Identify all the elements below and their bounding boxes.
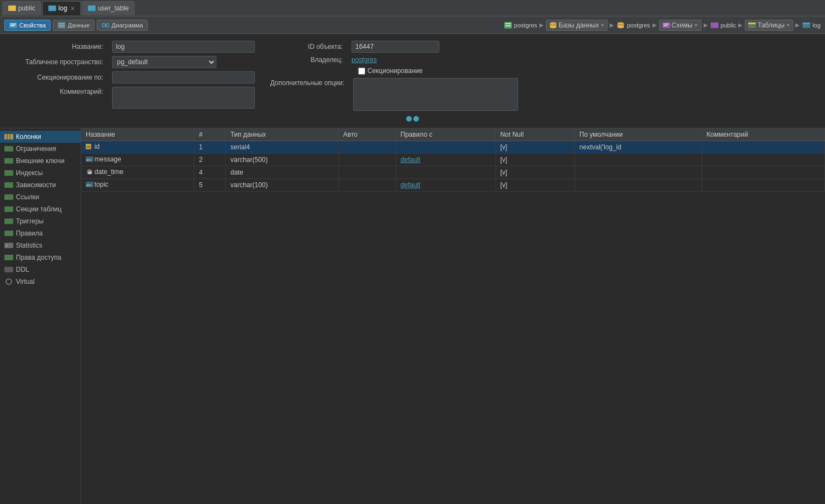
col-default bbox=[575, 166, 702, 179]
tablespace-select[interactable]: pg_default bbox=[112, 56, 216, 68]
breadcrumb-tables[interactable]: Таблицы ▼ bbox=[745, 20, 793, 31]
name-input[interactable] bbox=[112, 41, 255, 53]
comment-label: Комментарий: bbox=[9, 87, 108, 96]
breadcrumb-postgres-db[interactable]: postgres bbox=[616, 21, 650, 29]
col-comment bbox=[702, 141, 825, 154]
tab-data-label: Данные bbox=[68, 22, 90, 29]
foreign-keys-icon bbox=[4, 158, 13, 164]
sidebar-item-table-sections[interactable]: Секции таблиц bbox=[0, 203, 81, 215]
tab-properties-label: Свойства bbox=[19, 22, 46, 29]
svg-rect-30 bbox=[4, 146, 13, 152]
objectid-input[interactable] bbox=[352, 41, 439, 53]
form-row-partition: Секционирование по: bbox=[9, 71, 261, 83]
col-notnull: [v] bbox=[495, 179, 575, 192]
sidebar-item-rules[interactable]: Правила bbox=[0, 227, 81, 239]
tab-data[interactable]: Данные bbox=[53, 20, 94, 31]
form-right: ID объекта: Владелец: postgres Секционир… bbox=[261, 41, 816, 114]
col-comment bbox=[702, 166, 825, 179]
tab-public[interactable]: public bbox=[2, 1, 41, 15]
abc-icon: abc bbox=[86, 181, 93, 188]
sidebar-item-columns[interactable]: Колонки bbox=[0, 131, 81, 143]
col-rule: default bbox=[396, 154, 496, 166]
dependencies-icon bbox=[4, 182, 13, 188]
col-number: 1 bbox=[194, 141, 226, 154]
sidebar-item-constraints[interactable]: Ограничения bbox=[0, 143, 81, 155]
col-default: nextval('log_id bbox=[575, 141, 702, 154]
breadcrumb-schemas[interactable]: Схемы ▼ bbox=[659, 20, 701, 31]
sidebar-item-permissions[interactable]: Права доступа bbox=[0, 251, 81, 264]
table-row[interactable]: 📅date_time 4 date [v] bbox=[81, 166, 825, 179]
schema-icon bbox=[710, 21, 719, 29]
sidebar-columns-label: Колонки bbox=[16, 133, 41, 141]
sidebar-item-statistics[interactable]: ? Statistics bbox=[0, 239, 81, 251]
arrow-6: ▶ bbox=[795, 22, 800, 28]
sidebar-item-dependencies[interactable]: Зависимости bbox=[0, 179, 81, 191]
partitioning-checkbox[interactable] bbox=[358, 68, 365, 75]
svg-text:abc: abc bbox=[86, 183, 92, 187]
col-datatype: varchar(500) bbox=[226, 154, 338, 166]
title-bar: public log ✕ user_table bbox=[0, 0, 825, 16]
tab-user-table[interactable]: user_table bbox=[82, 1, 135, 15]
sidebar-foreign-keys-label: Внешние ключи bbox=[16, 157, 64, 165]
table-header-row: Название # Тип данных Авто Правило с Not… bbox=[81, 128, 825, 141]
table-panel: Название # Тип данных Авто Правило с Not… bbox=[81, 128, 825, 504]
tab-log-close[interactable]: ✕ bbox=[70, 5, 75, 12]
comment-textarea[interactable] bbox=[112, 87, 255, 109]
sidebar-item-triggers[interactable]: Триггеры bbox=[0, 215, 81, 227]
col-number: 4 bbox=[194, 166, 226, 179]
owner-link[interactable]: postgres bbox=[352, 56, 377, 64]
col-auto bbox=[338, 141, 395, 154]
sidebar-item-ddl[interactable]: DDL bbox=[0, 264, 81, 276]
table-row[interactable]: PKid 1 serial4 [v] nextval('log_id bbox=[81, 141, 825, 154]
breadcrumb-databases[interactable]: Базы данных ▼ bbox=[546, 20, 607, 31]
schemas-dropdown-arrow: ▼ bbox=[694, 23, 699, 28]
partition-input[interactable] bbox=[112, 71, 255, 83]
col-auto bbox=[338, 166, 395, 179]
additional-textarea[interactable] bbox=[353, 78, 518, 111]
col-notnull: [v] bbox=[495, 141, 575, 154]
svg-rect-12 bbox=[505, 25, 511, 26]
sidebar-item-indexes[interactable]: Индексы bbox=[0, 167, 81, 179]
col-auto bbox=[338, 154, 395, 166]
databases-icon bbox=[549, 21, 558, 29]
properties-icon bbox=[9, 22, 17, 29]
table-row[interactable]: abctopic 5 varchar(100) default [v] bbox=[81, 179, 825, 192]
breadcrumb-public-schema[interactable]: public bbox=[710, 21, 737, 29]
svg-rect-31 bbox=[4, 158, 13, 164]
tab-properties[interactable]: Свойства bbox=[4, 20, 51, 31]
tables-icon bbox=[748, 21, 756, 29]
table-sections-icon bbox=[4, 206, 13, 212]
svg-rect-20 bbox=[664, 24, 669, 25]
log-table-icon bbox=[802, 21, 811, 29]
col-comment bbox=[702, 154, 825, 166]
svg-text:abc: abc bbox=[86, 158, 92, 161]
sidebar-item-links[interactable]: Ссылки bbox=[0, 191, 81, 203]
col-rule bbox=[396, 166, 496, 179]
svg-rect-37 bbox=[4, 231, 13, 236]
tablespace-label: Табличное пространство: bbox=[9, 58, 108, 66]
columns-table-container[interactable]: Название # Тип данных Авто Правило с Not… bbox=[81, 128, 825, 504]
breadcrumb-postgres-server[interactable]: postgres bbox=[504, 21, 537, 29]
sidebar-item-virtual[interactable]: Virtual bbox=[0, 276, 81, 288]
form-row-objectid: ID объекта: bbox=[270, 41, 816, 53]
tab-log[interactable]: log ✕ bbox=[42, 1, 81, 15]
col-header-rule: Правило с bbox=[396, 128, 496, 141]
constraints-icon bbox=[4, 145, 13, 152]
columns-table: Название # Тип данных Авто Правило с Not… bbox=[81, 128, 825, 192]
ddl-icon bbox=[4, 266, 13, 273]
svg-text:📅: 📅 bbox=[88, 170, 92, 175]
svg-rect-34 bbox=[4, 194, 13, 200]
table-row[interactable]: abcmessage 2 varchar(500) default [v] bbox=[81, 154, 825, 166]
tab-diagram[interactable]: Диаграмма bbox=[97, 20, 148, 31]
col-rule bbox=[396, 141, 496, 154]
col-notnull: [v] bbox=[495, 154, 575, 166]
svg-rect-40 bbox=[4, 255, 13, 260]
svg-rect-33 bbox=[4, 182, 13, 188]
svg-rect-24 bbox=[748, 23, 756, 24]
col-header-number: # bbox=[194, 128, 226, 141]
arrow-4: ▶ bbox=[704, 22, 708, 28]
sidebar-item-foreign-keys[interactable]: Внешние ключи bbox=[0, 155, 81, 167]
col-header-default: По умолчании bbox=[575, 128, 702, 141]
svg-rect-26 bbox=[802, 23, 810, 24]
breadcrumb-log-table[interactable]: log bbox=[802, 21, 821, 29]
